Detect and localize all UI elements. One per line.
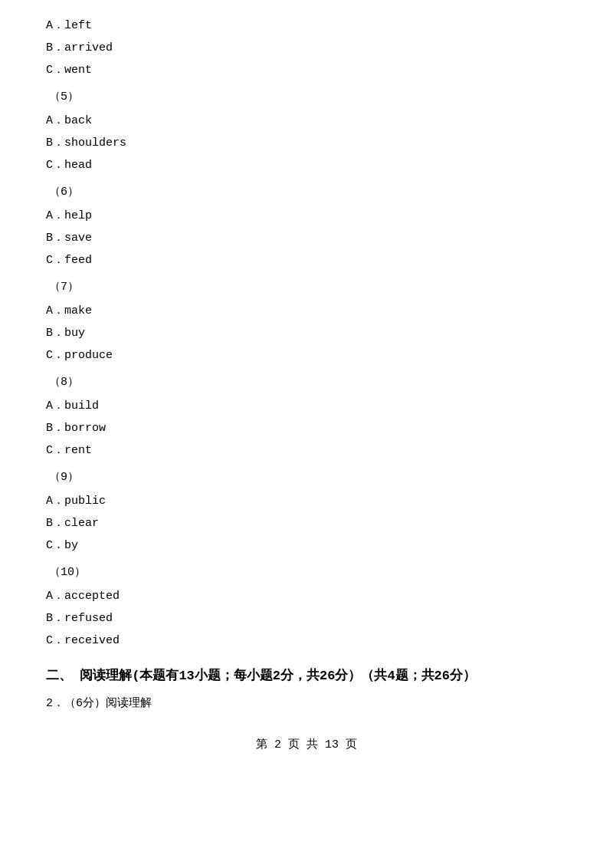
option-9-a: A．public — [46, 491, 567, 511]
question-5-num: （5） — [46, 87, 567, 107]
option-6-a: A．help — [46, 205, 567, 226]
option-7-a: A．make — [46, 301, 567, 321]
option-5-a: A．back — [46, 110, 567, 131]
option-b-arrived: B．arrived — [46, 38, 567, 58]
option-7-c: C．produce — [46, 345, 567, 366]
question-6-num: （6） — [46, 182, 567, 202]
option-5-b: B．shoulders — [46, 133, 567, 153]
option-10-a: A．accepted — [46, 586, 567, 607]
option-6-b: B．save — [46, 228, 567, 248]
section-two-header: 二、 阅读理解(本题有13小题；每小题2分，共26分）（共4题；共26分） — [46, 665, 567, 689]
option-5-c: C．head — [46, 155, 567, 176]
option-9-b: B．clear — [46, 513, 567, 534]
question-10-num: （10） — [46, 562, 567, 583]
page-footer: 第 2 页 共 13 页 — [46, 737, 567, 751]
main-content: A．left B．arrived C．went （5） A．back B．sho… — [46, 15, 567, 751]
question-9-num: （9） — [46, 467, 567, 488]
option-6-c: C．feed — [46, 250, 567, 271]
option-9-c: C．by — [46, 535, 567, 556]
sub-question-2: 2．（6分）阅读理解 — [46, 693, 567, 714]
option-8-c: C．rent — [46, 440, 567, 461]
option-7-b: B．buy — [46, 323, 567, 344]
question-8-num: （8） — [46, 372, 567, 393]
question-7-num: （7） — [46, 277, 567, 298]
option-10-c: C．received — [46, 630, 567, 651]
option-10-b: B．refused — [46, 608, 567, 629]
option-c-went: C．went — [46, 60, 567, 81]
option-a-left: A．left — [46, 15, 567, 36]
option-8-a: A．build — [46, 396, 567, 416]
option-8-b: B．borrow — [46, 418, 567, 439]
